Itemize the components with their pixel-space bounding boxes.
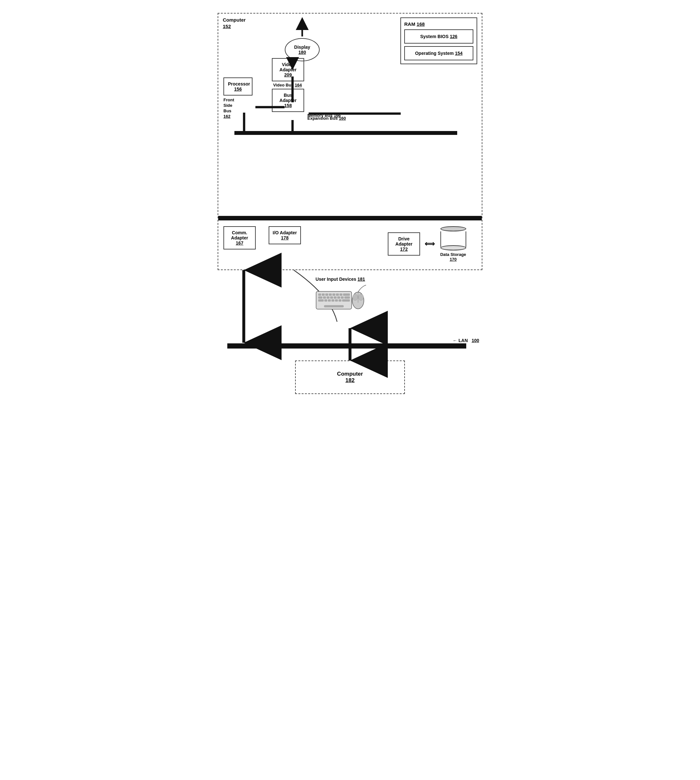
display-arrow-svg	[293, 22, 312, 38]
main-diagram: Computer 152 RAM 168 System BIOS 126 Ope…	[218, 13, 482, 407]
memory-bus-label: Memory Bus 166	[307, 113, 341, 118]
computer-152-label: Computer 152	[223, 17, 246, 29]
below-computer-area: ← LAN 100 User Input Devices 181	[218, 270, 482, 367]
svg-rect-32	[328, 299, 331, 301]
svg-rect-28	[341, 296, 343, 299]
left-column: Processor 156 Front Side Bus 162	[223, 77, 262, 120]
svg-rect-14	[318, 294, 321, 296]
svg-rect-17	[329, 294, 332, 296]
drive-adapter-number: 172	[400, 246, 407, 252]
svg-rect-34	[335, 299, 338, 301]
bus-adapter-label: Bus Adapter	[276, 93, 300, 103]
svg-rect-37	[324, 305, 343, 307]
svg-rect-20	[340, 294, 342, 296]
lan-label: ← LAN 100	[453, 338, 479, 343]
svg-point-41	[358, 294, 363, 301]
data-storage-cylinder: Data Storage 170	[440, 226, 467, 262]
keyboard-mouse-svg	[315, 285, 366, 311]
svg-rect-21	[343, 294, 350, 296]
bus-adapter-number: 158	[284, 103, 292, 108]
comm-adapter-label: Comm. Adapter	[227, 230, 252, 240]
svg-rect-19	[336, 294, 339, 296]
bottom-adapters-row: Comm. Adapter 167 I/O Adapter 178 Drive …	[223, 226, 477, 262]
svg-rect-25	[330, 296, 333, 299]
svg-rect-23	[323, 296, 326, 299]
front-side-bus-number: 162	[223, 114, 230, 119]
video-adapter-box: Video Adapter 209	[272, 58, 304, 81]
data-storage-label: Data Storage 170	[440, 252, 466, 262]
computer-182-number: 182	[345, 377, 355, 383]
computer-182-label: Computer	[315, 371, 385, 377]
expansion-bus-bar	[218, 216, 482, 220]
lan-text: LAN	[458, 338, 468, 343]
svg-rect-33	[332, 299, 334, 301]
display-label: Display	[294, 45, 310, 50]
video-bus-label: Video Bus 164	[273, 83, 477, 87]
system-bios-box: System BIOS 126	[404, 29, 473, 43]
svg-rect-15	[322, 294, 325, 296]
user-input-devices-group: User Input Devices 181	[315, 276, 366, 311]
svg-rect-36	[342, 299, 350, 301]
front-side-bus-text: Front Side Bus	[223, 98, 241, 114]
svg-rect-16	[325, 294, 328, 296]
io-adapter-label: I/O Adapter	[272, 230, 298, 235]
svg-rect-18	[333, 294, 335, 296]
video-adapter-label: Video Adapter	[276, 62, 300, 72]
svg-rect-35	[339, 299, 341, 301]
svg-rect-30	[318, 299, 323, 301]
svg-rect-22	[318, 296, 322, 299]
drive-adapter-label: Drive Adapter	[391, 236, 417, 246]
svg-rect-27	[337, 296, 340, 299]
drive-storage-group: Drive Adapter 172 ⟺ Data Storage 170	[388, 226, 467, 262]
svg-point-40	[353, 294, 358, 301]
computer-152-number: 152	[223, 23, 231, 29]
video-adapter-number: 209	[284, 72, 292, 77]
svg-rect-26	[334, 296, 337, 299]
ram-label: RAM 168	[404, 21, 473, 27]
user-input-devices-label: User Input Devices 181	[315, 276, 365, 282]
bus-adapter-box: Bus Adapter 158	[272, 89, 304, 112]
svg-rect-24	[327, 296, 329, 299]
lan-number: 100	[472, 338, 479, 343]
io-adapter-box: I/O Adapter 178	[268, 226, 301, 244]
processor-label: Processor	[228, 81, 248, 86]
comm-adapter-number: 167	[236, 240, 243, 246]
drive-storage-arrow: ⟺	[425, 240, 435, 248]
front-side-bus-label: Front Side Bus 162	[223, 98, 241, 120]
processor-box: Processor 156	[223, 77, 252, 95]
svg-rect-31	[325, 299, 327, 301]
cylinder-body	[440, 231, 466, 248]
io-adapter-number: 178	[281, 235, 288, 240]
processor-number: 156	[234, 86, 242, 91]
drive-adapter-box: Drive Adapter 172	[388, 232, 420, 256]
svg-rect-29	[345, 296, 350, 299]
computer-152-text: Computer	[223, 17, 246, 23]
computer-182-section: Computer 182	[218, 361, 482, 407]
comm-adapter-box: Comm. Adapter 167	[223, 226, 256, 249]
cylinder-top	[440, 226, 466, 231]
cylinder-bottom	[440, 245, 466, 250]
